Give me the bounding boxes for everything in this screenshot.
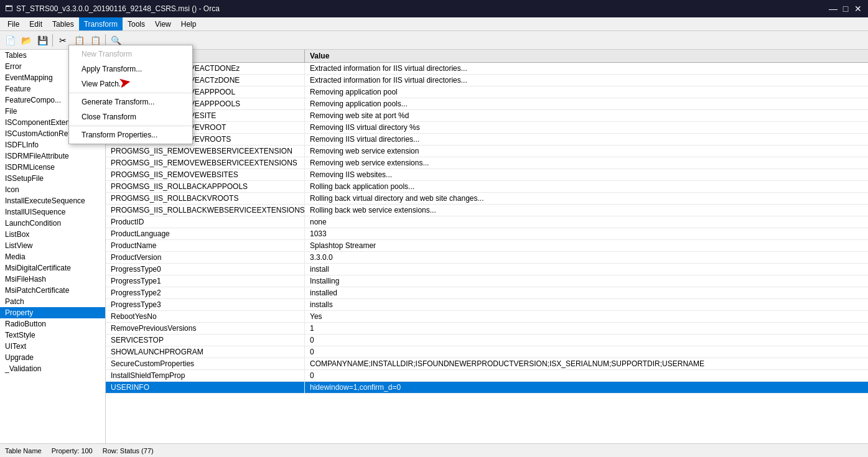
menu-transform-properties[interactable]: Transform Properties...: [69, 127, 192, 142]
menu-generate-transform[interactable]: Generate Transform...: [69, 95, 192, 109]
cell-value: Removing application pools...: [305, 98, 868, 109]
menu-new-transform[interactable]: New Transform: [69, 47, 192, 62]
table-row[interactable]: PROGMSG_IIS_REMOVEWEBSERVICEEXTENSIONSRe…: [106, 157, 868, 169]
menu-tables[interactable]: Tables: [47, 17, 79, 30]
cell-value: Yes: [305, 311, 868, 322]
col-header-value: Value: [305, 50, 868, 62]
table-list-item[interactable]: MsiFileHash: [0, 274, 105, 285]
cell-property: ProgressType2: [106, 287, 305, 298]
table-row[interactable]: PROGMSG_IIS_REMOVEWEBSERVICEEXTENSIONRem…: [106, 145, 868, 157]
cell-value: installs: [305, 299, 868, 310]
cell-property: PROGMSG_IIS_REMOVEWEBSITES: [106, 169, 305, 180]
table-row[interactable]: RebootYesNoYes: [106, 311, 868, 323]
table-list-item[interactable]: RadioButton: [0, 318, 105, 330]
cell-value: 0: [305, 370, 868, 381]
table-row[interactable]: SHOWLAUNCHPROGRAM0: [106, 346, 868, 358]
table-row[interactable]: ProgressType1Installing: [106, 275, 868, 287]
status-row-count: Property: 100: [52, 447, 93, 455]
table-list-item[interactable]: ListBox: [0, 229, 105, 240]
table-list-item[interactable]: _Validation: [0, 363, 105, 374]
right-panel: Property Value PROGMSG_IIS_REMOVEACTDONE…: [106, 50, 868, 443]
table-row[interactable]: PROGMSG_IIS_REMOVEVROOTRemoving IIS virt…: [106, 122, 868, 134]
table-row[interactable]: PROGMSG_IIS_REMOVEAPPPOOLSRemoving appli…: [106, 98, 868, 110]
menu-file[interactable]: File: [2, 17, 24, 30]
cell-property: InstallShieldTempProp: [106, 370, 305, 381]
table-list-item[interactable]: ListView: [0, 240, 105, 251]
table-list-item[interactable]: ISDRMFileAttribute: [0, 150, 105, 162]
title-bar-controls[interactable]: — □ ✕: [828, 4, 863, 14]
table-row[interactable]: InstallShieldTempProp0: [106, 370, 868, 382]
menu-view[interactable]: View: [150, 17, 176, 30]
table-list-item[interactable]: LaunchCondition: [0, 218, 105, 229]
cell-value: Removing IIS virtual directory %s: [305, 122, 868, 133]
cell-property: ProductName: [106, 240, 305, 251]
cell-value: none: [305, 216, 868, 228]
table-list-item[interactable]: Icon: [0, 184, 105, 195]
title-bar-left: 🗔 ST_STRS00_v3.3.0.0_20190116_92148_CSRS…: [5, 4, 220, 13]
table-list-item[interactable]: Upgrade: [0, 352, 105, 363]
menu-apply-transform[interactable]: Apply Transform...: [69, 62, 192, 76]
table-row[interactable]: PROGMSG_IIS_ROLLBACKAPPPOOLSRolling back…: [106, 181, 868, 193]
table-body: PROGMSG_IIS_REMOVEACTDONEzExtracted info…: [106, 63, 868, 443]
cell-value: installed: [305, 287, 868, 298]
cell-property: ProductLanguage: [106, 228, 305, 239]
table-row[interactable]: ProgressType3installs: [106, 299, 868, 311]
table-list-item[interactable]: MsiDigitalCertificate: [0, 262, 105, 274]
table-row[interactable]: ProductNameSplashtop Streamer: [106, 240, 868, 252]
table-list-item[interactable]: MsiPatchCertificate: [0, 285, 105, 296]
open-button[interactable]: 📂: [19, 33, 34, 48]
cell-value: Removing application pool: [305, 86, 868, 98]
window-title: ST_STRS00_v3.3.0.0_20190116_92148_CSRS.m…: [16, 4, 220, 13]
table-row[interactable]: ProductVersion3.3.0.0: [106, 252, 868, 264]
table-row[interactable]: PROGMSG_IIS_REMOVEWEBSITESRemoving IIS w…: [106, 169, 868, 181]
table-row[interactable]: PROGMSG_IIS_REMOVEACTzDONEExtracted info…: [106, 75, 868, 86]
table-list-item[interactable]: Patch: [0, 296, 105, 307]
close-button[interactable]: ✕: [853, 4, 863, 14]
menu-transform[interactable]: Transform: [79, 17, 123, 30]
table-row[interactable]: PROGMSG_IIS_REMOVESITERemoving web site …: [106, 110, 868, 122]
table-list-item[interactable]: UIText: [0, 341, 105, 352]
table-row[interactable]: PROGMSG_IIS_REMOVEVROOTSRemoving IIS vir…: [106, 134, 868, 145]
table-row[interactable]: ProductIDnone: [106, 216, 868, 228]
table-row[interactable]: ProgressType0install: [106, 264, 868, 275]
table-row[interactable]: SERVICESTOP0: [106, 335, 868, 346]
maximize-button[interactable]: □: [841, 4, 851, 14]
table-list-item[interactable]: ISSetupFile: [0, 173, 105, 184]
save-button[interactable]: 💾: [35, 33, 50, 48]
table-row[interactable]: PROGMSG_IIS_REMOVEACTDONEzExtracted info…: [106, 63, 868, 75]
table-row[interactable]: PROGMSG_IIS_ROLLBACKVROOTSRolling back v…: [106, 193, 868, 205]
menu-view-patch[interactable]: View Patch...: [69, 76, 192, 91]
cell-property: SHOWLAUNCHPROGRAM: [106, 346, 305, 358]
cell-value: hidewindow=1,confirm_d=0: [305, 382, 868, 393]
table-header: Property Value: [106, 50, 868, 63]
cell-value: Splashtop Streamer: [305, 240, 868, 251]
table-row[interactable]: PROGMSG_IIS_ROLLBACKWEBSERVICEEXTENSIONS…: [106, 205, 868, 216]
minimize-button[interactable]: —: [828, 4, 838, 14]
table-list-item[interactable]: InstallUISequence: [0, 206, 105, 218]
table-list-item[interactable]: Property: [0, 307, 105, 318]
menu-close-transform[interactable]: Close Transform: [69, 109, 192, 124]
table-row[interactable]: USERINFOhidewindow=1,confirm_d=0: [106, 382, 868, 394]
table-list-item[interactable]: Media: [0, 251, 105, 262]
new-button[interactable]: 📄: [2, 33, 17, 48]
table-row[interactable]: RemovePreviousVersions1: [106, 323, 868, 335]
app-icon: 🗔: [5, 4, 12, 13]
table-row[interactable]: ProgressType2installed: [106, 287, 868, 299]
table-row[interactable]: PROGMSG_IIS_REMOVEAPPPOOLRemoving applic…: [106, 86, 868, 98]
table-list-item[interactable]: ISDRMLicense: [0, 162, 105, 173]
table-list-item[interactable]: TextStyle: [0, 330, 105, 341]
cell-property: SecureCustomProperties: [106, 358, 305, 369]
toolbar-sep-1: [52, 34, 53, 47]
cell-value: Removing web service extension: [305, 145, 868, 157]
cell-value: install: [305, 264, 868, 275]
menu-help[interactable]: Help: [176, 17, 202, 30]
menu-tools[interactable]: Tools: [123, 17, 150, 30]
menu-separator-2: [69, 126, 192, 126]
cell-property: RebootYesNo: [106, 311, 305, 322]
cell-value: Rolling back application pools...: [305, 181, 868, 192]
menu-edit[interactable]: Edit: [24, 17, 47, 30]
table-row[interactable]: ProductLanguage1033: [106, 228, 868, 240]
table-row[interactable]: SecureCustomPropertiesCOMPANYNAME;INSTAL…: [106, 358, 868, 370]
status-bar: Table Name Property: 100 Row: Status (77…: [0, 443, 868, 457]
table-list-item[interactable]: InstallExecuteSequence: [0, 195, 105, 206]
